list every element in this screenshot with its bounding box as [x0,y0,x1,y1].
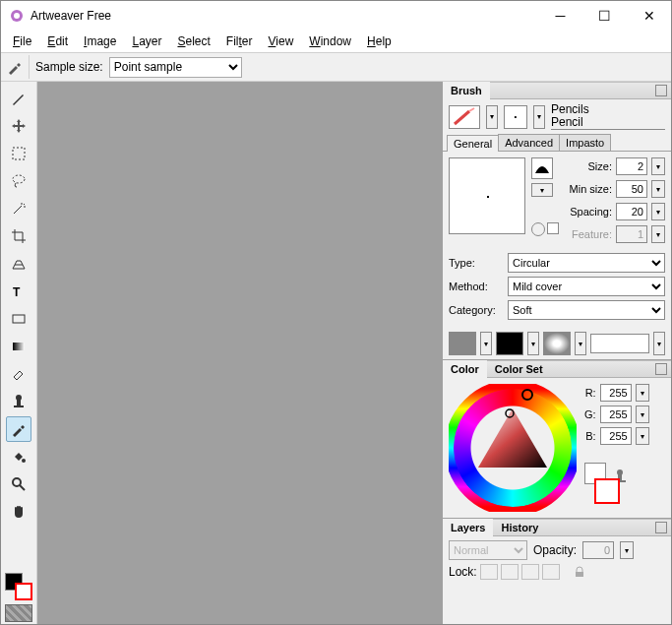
app-logo-icon [9,8,25,24]
color-wheel[interactable] [449,384,577,512]
g-input[interactable] [600,406,632,423]
svg-text:T: T [13,285,21,299]
opacity-input [582,541,614,559]
foreground-color-swatch[interactable] [15,583,32,600]
svg-point-10 [22,459,26,463]
wand-tool[interactable] [6,196,31,221]
texture-1-dd[interactable]: ▾ [480,332,492,355]
menu-filter[interactable]: Filter [220,32,259,50]
colorset-tab[interactable]: Color Set [487,360,551,378]
hand-tool[interactable] [6,499,31,525]
svg-point-19 [617,469,623,475]
minsize-input[interactable] [616,180,647,198]
svg-rect-7 [14,406,24,407]
menu-edit[interactable]: Edit [41,32,74,50]
opacity-label: Opacity: [533,543,577,557]
g-label: G: [584,408,596,420]
size-dropdown[interactable]: ▾ [651,157,665,175]
crop-tool[interactable] [6,223,31,249]
svg-point-3 [13,175,25,183]
size-label: Size: [588,160,612,172]
gradient-tool[interactable] [6,334,31,359]
menu-image[interactable]: Image [78,32,122,50]
eyedropper-icon [7,59,23,75]
brush-shape-preview[interactable] [531,157,553,179]
brush-variant-name: Pencil [551,116,665,129]
brush-tip-large-preview[interactable] [449,157,525,234]
r-input[interactable] [600,384,632,402]
pattern-swatch[interactable] [5,604,32,622]
brush-tab-advanced[interactable]: Advanced [498,134,560,151]
color-panel-menu-icon[interactable] [655,363,667,375]
sample-size-label: Sample size: [35,60,103,74]
lasso-tool[interactable] [6,168,31,194]
texture-4[interactable] [590,334,649,353]
brush-tool[interactable] [6,86,31,111]
category-select[interactable]: Soft [508,300,665,320]
brush-tab-impasto[interactable]: Impasto [559,134,611,151]
menu-layer[interactable]: Layer [126,32,167,50]
menu-bar: File Edit Image Layer Select Filter View… [1,31,671,52]
brush-preview[interactable] [449,105,480,129]
brush-tip-preview[interactable]: • [504,105,527,129]
svg-rect-20 [576,572,583,577]
texture-4-dd[interactable]: ▾ [653,332,665,355]
minimize-button[interactable]: ─ [538,1,582,31]
brush-tip-dropdown[interactable]: ▾ [533,105,545,129]
b-dd[interactable]: ▾ [636,427,649,445]
method-select[interactable]: Mild cover [508,277,665,296]
maximize-button[interactable]: ☐ [582,1,627,31]
text-tool[interactable]: T [6,279,31,304]
lock-icon [574,566,585,578]
shape-tool[interactable] [6,306,31,332]
sample-size-select[interactable]: Point sample [109,57,242,78]
size-input[interactable] [616,157,647,175]
color-swatches[interactable] [5,573,32,600]
brush-panel-tab[interactable]: Brush [443,82,490,99]
type-select[interactable]: Circular [508,253,665,273]
menu-window[interactable]: Window [303,32,357,50]
brush-shape-dropdown[interactable]: ▾ [531,183,553,197]
history-tab[interactable]: History [493,519,546,536]
panel-menu-icon[interactable] [655,85,667,96]
minsize-dropdown[interactable]: ▾ [651,180,665,198]
rect-select-tool[interactable] [6,141,31,166]
r-dd[interactable]: ▾ [636,384,649,402]
texture-3[interactable] [543,332,571,355]
canvas-area[interactable] [37,82,443,625]
menu-select[interactable]: Select [171,32,215,50]
texture-2-dd[interactable]: ▾ [527,332,539,355]
menu-file[interactable]: File [7,32,37,50]
spacing-input[interactable] [616,203,647,220]
eraser-tool[interactable] [6,361,31,387]
zoom-tool[interactable] [6,471,31,497]
svg-point-9 [16,395,22,401]
spacing-checkbox[interactable] [547,222,559,234]
b-input[interactable] [600,427,632,445]
texture-2[interactable] [496,332,523,355]
color-swatch-fg[interactable] [594,478,620,504]
r-label: R: [585,387,596,399]
svg-rect-6 [13,343,25,350]
fill-tool[interactable] [6,444,31,469]
move-tool[interactable] [6,113,31,139]
texture-3-dd[interactable]: ▾ [575,332,586,355]
spacing-label: Spacing: [570,206,612,218]
perspective-tool[interactable] [6,251,31,277]
layers-panel-menu-icon[interactable] [655,522,667,533]
stamp-tool[interactable] [6,389,31,414]
spacing-dropdown[interactable]: ▾ [651,203,665,220]
options-bar: Sample size: Point sample [1,52,671,82]
brush-tab-general[interactable]: General [447,135,499,152]
menu-view[interactable]: View [263,32,300,50]
layers-panel: Layers History Normal Opacity: ▾ Lock: [443,519,671,625]
texture-1[interactable] [449,332,476,355]
svg-rect-5 [13,315,25,323]
color-tab[interactable]: Color [443,360,487,378]
eyedropper-tool[interactable] [6,416,31,442]
g-dd[interactable]: ▾ [636,406,649,423]
menu-help[interactable]: Help [361,32,397,50]
close-button[interactable]: ✕ [627,1,671,31]
brush-preset-dropdown[interactable]: ▾ [486,105,498,129]
layers-tab[interactable]: Layers [443,519,493,536]
